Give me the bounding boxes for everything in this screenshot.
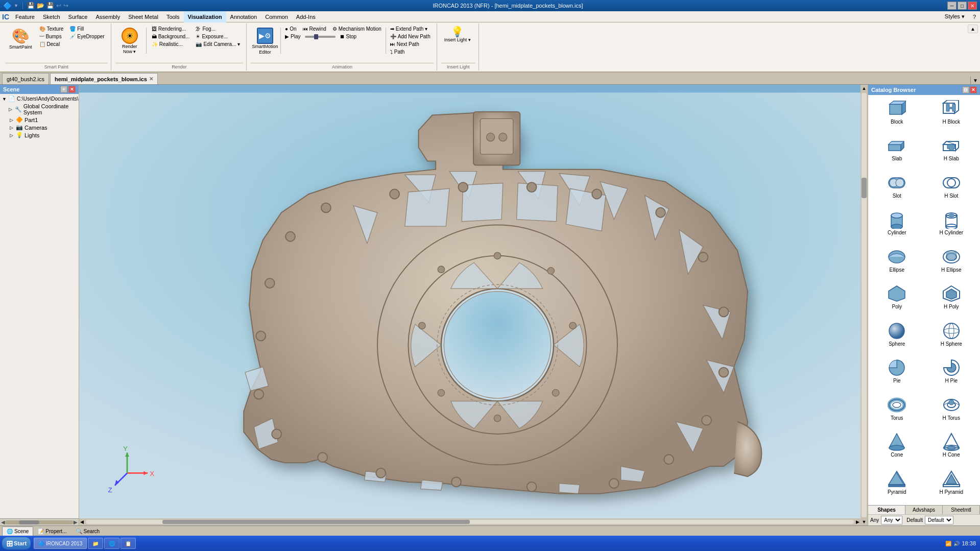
catalog-pyramid[interactable]: Pyramid (870, 467, 924, 503)
anim-on-button[interactable]: ● On (283, 26, 298, 32)
vscroll-up[interactable]: ▲ (861, 85, 868, 92)
scroll-right[interactable]: ▶ (74, 519, 78, 525)
viewport-hscroll[interactable]: ◀ ▶ (79, 518, 861, 525)
catalog-poly[interactable]: Poly (870, 282, 924, 318)
scene-close-button[interactable]: ✕ (68, 86, 76, 93)
catalog-ellipse[interactable]: Ellipse (870, 245, 924, 281)
tree-item-gcs[interactable]: ▷ 🔧 Global Coordinate System (1, 103, 78, 116)
taskbar-ironcad[interactable]: 🔷 IRONCAD 2013 (34, 538, 87, 549)
menu-addins[interactable]: Add-Ins (292, 11, 320, 22)
doc-tab-1[interactable]: gt40_bush2.ics (2, 73, 49, 84)
catalog-tab-shapes[interactable]: Shapes (868, 506, 905, 514)
menu-surface[interactable]: Surface (64, 11, 92, 22)
collapse-ribbon-button[interactable]: ▲ (968, 25, 978, 33)
minimize-button[interactable]: ─ (947, 2, 957, 10)
taskbar-explorer[interactable]: 📁 (88, 538, 103, 549)
catalog-detach-button[interactable]: ⊟ (962, 86, 969, 93)
catalog-slab[interactable]: Slab (870, 134, 924, 170)
edit-camera-button[interactable]: 📷 Edit Camera... ▾ (194, 41, 242, 47)
doc-tab-dropdown[interactable]: ▼ (970, 77, 980, 84)
taskbar-browser[interactable]: 🌐 (104, 538, 119, 549)
exposure-button[interactable]: ☀ Exposure... (194, 33, 242, 40)
bottom-tab-properties[interactable]: 📝 Propert... (33, 526, 71, 537)
catalog-h-block[interactable]: H Block (925, 97, 978, 133)
background-button[interactable]: 🏔 Background... (150, 33, 192, 40)
tree-item-lights[interactable]: ▷ 💡 Lights (1, 131, 78, 139)
mechanism-button[interactable]: ⚙ Mechanism Motion (330, 26, 384, 32)
menu-sketch[interactable]: Sketch (39, 11, 64, 22)
extend-path-button[interactable]: ➡ Extend Path ▾ (388, 26, 433, 32)
catalog-h-cone[interactable]: H Cone (925, 430, 978, 466)
path-button[interactable]: ⤵ Path (388, 49, 433, 55)
stop-button[interactable]: ⏹ Stop (338, 33, 359, 40)
next-path-button[interactable]: ⏭ Next Path (388, 41, 433, 47)
catalog-tab-advshaps[interactable]: Advshaps (905, 506, 943, 514)
bottom-tab-scene[interactable]: 🌐 Scene (2, 526, 33, 537)
play-button[interactable]: ▶ Play (283, 33, 302, 40)
start-button[interactable]: ⊞ Start (2, 537, 31, 549)
realistic-button[interactable]: ✨ Realistic... (150, 41, 192, 47)
catalog-block[interactable]: Block (870, 97, 924, 133)
menu-feature[interactable]: Feature (11, 11, 39, 22)
catalog-pie[interactable]: Pie (870, 356, 924, 392)
menu-tools[interactable]: Tools (162, 11, 184, 22)
menu-assembly[interactable]: Assembly (91, 11, 124, 22)
taskbar-other[interactable]: 📋 (121, 538, 136, 549)
scroll-left[interactable]: ◀ (1, 519, 5, 525)
catalog-h-slot[interactable]: H Slot (925, 171, 978, 207)
catalog-torus[interactable]: Torus (870, 393, 924, 429)
hscroll-left-btn[interactable]: ◀ (79, 519, 85, 524)
default-select[interactable]: Default (925, 516, 953, 524)
eyedropper-button[interactable]: 💉 EyeDropper (67, 33, 106, 40)
catalog-h-poly[interactable]: H Poly (925, 282, 978, 318)
animation-slider[interactable] (305, 36, 336, 38)
catalog-cylinder[interactable]: Cylinder (870, 208, 924, 244)
menu-annotation[interactable]: Annotation (226, 11, 261, 22)
menu-help[interactable]: ? (969, 11, 980, 22)
fill-button[interactable]: 🪣 Fill (67, 26, 106, 32)
catalog-sphere[interactable]: Sphere (870, 319, 924, 355)
render-now-button[interactable]: ☀ RenderNow ▾ (116, 26, 143, 56)
tree-item-part1[interactable]: ▷ 🔶 Part1 (1, 116, 78, 124)
catalog-h-ellipse[interactable]: H Ellipse (925, 245, 978, 281)
bottom-tab-search[interactable]: 🔍 Search (71, 526, 105, 537)
rewind-button[interactable]: ⏮ Rewind (301, 26, 328, 32)
menu-visualization[interactable]: Visualization (184, 11, 226, 22)
catalog-h-slab[interactable]: H Slab (925, 134, 978, 170)
close-button[interactable]: ✕ (968, 2, 977, 10)
texture-button[interactable]: 🎨 Texture (37, 26, 66, 32)
restore-button[interactable]: □ (958, 2, 967, 10)
smartpaint-button[interactable]: 🎨 SmartPaint (6, 26, 35, 52)
add-new-path-button[interactable]: ➕ Add New Path (388, 33, 433, 40)
vscroll-down[interactable]: ▼ (861, 518, 868, 525)
viewport[interactable]: X Y Z ▲ ▼ ◀ ▶ (79, 85, 868, 525)
doc-tab-2[interactable]: hemi_midplate_pockets_blown.ics ✕ (50, 73, 158, 84)
menu-sheetmetal[interactable]: Sheet Metal (124, 11, 162, 22)
catalog-tab-sheetmtl[interactable]: Sheetmtl (943, 506, 980, 514)
catalog-slot[interactable]: Slot (870, 171, 924, 207)
catalog-cone[interactable]: Cone (870, 430, 924, 466)
fog-button[interactable]: 🌫 Fog... (194, 26, 242, 32)
menu-common[interactable]: Common (261, 11, 292, 22)
decal-button[interactable]: 📋 Decal (37, 41, 66, 47)
catalog-h-pie[interactable]: H Pie (925, 356, 978, 392)
catalog-h-cylinder[interactable]: H Cylinder (925, 208, 978, 244)
tree-item-file[interactable]: ▼ 📄 C:\Users\Andy\Documents\IRO (1, 95, 78, 103)
smartmotion-button[interactable]: ▶⚙ SmartMotionEditor (252, 26, 278, 57)
catalog-h-pyramid[interactable]: H Pyramid (925, 467, 978, 503)
catalog-close-button[interactable]: ✕ (970, 86, 977, 93)
scene-expand-button[interactable]: + (60, 86, 67, 93)
tree-item-cameras[interactable]: ▷ 📷 Cameras (1, 124, 78, 131)
scene-scrollbar-h[interactable]: ◀ ▶ (0, 518, 79, 525)
filter-select[interactable]: Any (881, 516, 902, 524)
catalog-h-torus[interactable]: H Torus (925, 393, 978, 429)
filter-sep: Default (906, 517, 923, 523)
menu-styles[interactable]: Styles ▾ (941, 11, 969, 22)
rendering-button[interactable]: 🖼 Rendering... (150, 26, 192, 32)
insert-light-button[interactable]: 💡 Insert Light ▾ (442, 26, 473, 43)
catalog-h-sphere[interactable]: H Sphere (925, 319, 978, 355)
hscroll-right-btn[interactable]: ▶ (855, 519, 861, 524)
bumps-button[interactable]: 〰 Bumps (37, 33, 66, 40)
viewport-vscroll[interactable]: ▲ ▼ (861, 85, 868, 525)
doc-tab-2-close[interactable]: ✕ (149, 76, 153, 82)
